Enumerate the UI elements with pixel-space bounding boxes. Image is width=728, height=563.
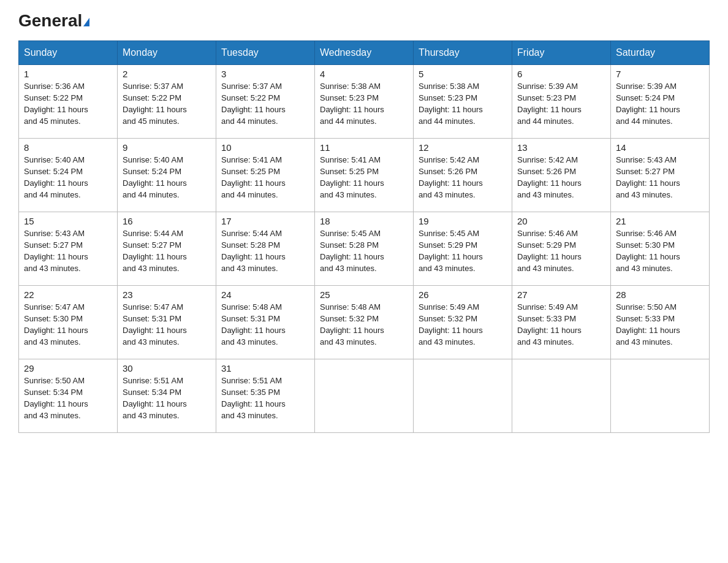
- day-number: 9: [123, 142, 211, 153]
- day-info: Sunrise: 5:50 AMSunset: 5:33 PMDaylight:…: [616, 302, 704, 348]
- day-number: 31: [221, 363, 309, 373]
- calendar-row-2: 8 Sunrise: 5:40 AMSunset: 5:24 PMDayligh…: [19, 139, 710, 212]
- day-number: 19: [419, 216, 507, 226]
- calendar-cell: 10 Sunrise: 5:41 AMSunset: 5:25 PMDaylig…: [216, 139, 315, 212]
- calendar-cell: 26 Sunrise: 5:49 AMSunset: 5:32 PMDaylig…: [414, 286, 512, 359]
- header-cell-tuesday: Tuesday: [216, 41, 315, 65]
- calendar-row-3: 15 Sunrise: 5:43 AMSunset: 5:27 PMDaylig…: [19, 212, 710, 286]
- calendar-cell: 16 Sunrise: 5:44 AMSunset: 5:27 PMDaylig…: [118, 212, 216, 286]
- day-info: Sunrise: 5:46 AMSunset: 5:30 PMDaylight:…: [616, 228, 704, 274]
- day-number: 7: [616, 69, 704, 79]
- day-info: Sunrise: 5:51 AMSunset: 5:34 PMDaylight:…: [123, 375, 211, 421]
- day-number: 29: [24, 363, 112, 373]
- day-info: Sunrise: 5:44 AMSunset: 5:27 PMDaylight:…: [123, 228, 211, 274]
- day-number: 28: [616, 289, 704, 300]
- day-info: Sunrise: 5:40 AMSunset: 5:24 PMDaylight:…: [24, 155, 112, 201]
- calendar-cell: 17 Sunrise: 5:44 AMSunset: 5:28 PMDaylig…: [216, 212, 315, 286]
- day-number: 2: [123, 69, 211, 79]
- logo-text: General: [18, 11, 89, 30]
- page-header: General: [18, 12, 710, 29]
- calendar-cell: 22 Sunrise: 5:47 AMSunset: 5:30 PMDaylig…: [19, 286, 118, 359]
- day-info: Sunrise: 5:38 AMSunset: 5:23 PMDaylight:…: [320, 81, 408, 127]
- day-number: 13: [517, 142, 605, 153]
- day-number: 18: [320, 216, 408, 226]
- day-info: Sunrise: 5:45 AMSunset: 5:29 PMDaylight:…: [419, 228, 507, 274]
- day-number: 20: [517, 216, 605, 226]
- logo-triangle-icon: [83, 18, 89, 26]
- calendar-cell: [611, 359, 710, 433]
- header-cell-sunday: Sunday: [19, 41, 118, 65]
- day-info: Sunrise: 5:39 AMSunset: 5:24 PMDaylight:…: [616, 81, 704, 127]
- day-number: 17: [221, 216, 309, 226]
- calendar-cell: 28 Sunrise: 5:50 AMSunset: 5:33 PMDaylig…: [611, 286, 710, 359]
- day-info: Sunrise: 5:40 AMSunset: 5:24 PMDaylight:…: [123, 155, 211, 201]
- day-info: Sunrise: 5:43 AMSunset: 5:27 PMDaylight:…: [616, 155, 704, 201]
- day-info: Sunrise: 5:36 AMSunset: 5:22 PMDaylight:…: [24, 81, 112, 127]
- day-number: 22: [24, 289, 112, 300]
- day-number: 3: [221, 69, 309, 79]
- calendar-cell: 14 Sunrise: 5:43 AMSunset: 5:27 PMDaylig…: [611, 139, 710, 212]
- calendar-body: 1 Sunrise: 5:36 AMSunset: 5:22 PMDayligh…: [19, 65, 710, 433]
- day-info: Sunrise: 5:39 AMSunset: 5:23 PMDaylight:…: [517, 81, 605, 127]
- header-cell-wednesday: Wednesday: [315, 41, 414, 65]
- day-number: 16: [123, 216, 211, 226]
- day-number: 30: [123, 363, 211, 373]
- calendar-cell: 29 Sunrise: 5:50 AMSunset: 5:34 PMDaylig…: [19, 359, 118, 433]
- header-cell-friday: Friday: [512, 41, 611, 65]
- calendar-cell: 21 Sunrise: 5:46 AMSunset: 5:30 PMDaylig…: [611, 212, 710, 286]
- calendar-cell: 30 Sunrise: 5:51 AMSunset: 5:34 PMDaylig…: [118, 359, 216, 433]
- calendar-cell: 31 Sunrise: 5:51 AMSunset: 5:35 PMDaylig…: [216, 359, 315, 433]
- day-info: Sunrise: 5:48 AMSunset: 5:32 PMDaylight:…: [320, 302, 408, 348]
- calendar-cell: 24 Sunrise: 5:48 AMSunset: 5:31 PMDaylig…: [216, 286, 315, 359]
- day-number: 4: [320, 69, 408, 79]
- calendar-header: SundayMondayTuesdayWednesdayThursdayFrid…: [19, 41, 710, 65]
- day-number: 26: [419, 289, 507, 300]
- calendar-cell: 11 Sunrise: 5:41 AMSunset: 5:25 PMDaylig…: [315, 139, 414, 212]
- day-info: Sunrise: 5:46 AMSunset: 5:29 PMDaylight:…: [517, 228, 605, 274]
- day-number: 11: [320, 142, 408, 153]
- day-info: Sunrise: 5:42 AMSunset: 5:26 PMDaylight:…: [517, 155, 605, 201]
- day-number: 12: [419, 142, 507, 153]
- day-info: Sunrise: 5:44 AMSunset: 5:28 PMDaylight:…: [221, 228, 309, 274]
- day-number: 15: [24, 216, 112, 226]
- calendar-cell: 12 Sunrise: 5:42 AMSunset: 5:26 PMDaylig…: [414, 139, 512, 212]
- day-info: Sunrise: 5:41 AMSunset: 5:25 PMDaylight:…: [320, 155, 408, 201]
- header-cell-monday: Monday: [118, 41, 216, 65]
- day-info: Sunrise: 5:37 AMSunset: 5:22 PMDaylight:…: [123, 81, 211, 127]
- logo: General: [18, 12, 89, 29]
- day-info: Sunrise: 5:47 AMSunset: 5:31 PMDaylight:…: [123, 302, 211, 348]
- day-info: Sunrise: 5:48 AMSunset: 5:31 PMDaylight:…: [221, 302, 309, 348]
- day-info: Sunrise: 5:37 AMSunset: 5:22 PMDaylight:…: [221, 81, 309, 127]
- calendar-cell: 1 Sunrise: 5:36 AMSunset: 5:22 PMDayligh…: [19, 65, 118, 139]
- day-info: Sunrise: 5:49 AMSunset: 5:32 PMDaylight:…: [419, 302, 507, 348]
- day-info: Sunrise: 5:45 AMSunset: 5:28 PMDaylight:…: [320, 228, 408, 274]
- header-cell-thursday: Thursday: [414, 41, 512, 65]
- calendar-cell: 19 Sunrise: 5:45 AMSunset: 5:29 PMDaylig…: [414, 212, 512, 286]
- day-number: 1: [24, 69, 112, 79]
- day-number: 27: [517, 289, 605, 300]
- day-info: Sunrise: 5:50 AMSunset: 5:34 PMDaylight:…: [24, 375, 112, 421]
- calendar-cell: 3 Sunrise: 5:37 AMSunset: 5:22 PMDayligh…: [216, 65, 315, 139]
- day-number: 8: [24, 142, 112, 153]
- day-number: 6: [517, 69, 605, 79]
- calendar-row-4: 22 Sunrise: 5:47 AMSunset: 5:30 PMDaylig…: [19, 286, 710, 359]
- day-number: 5: [419, 69, 507, 79]
- day-info: Sunrise: 5:41 AMSunset: 5:25 PMDaylight:…: [221, 155, 309, 201]
- calendar-row-5: 29 Sunrise: 5:50 AMSunset: 5:34 PMDaylig…: [19, 359, 710, 433]
- calendar-cell: 7 Sunrise: 5:39 AMSunset: 5:24 PMDayligh…: [611, 65, 710, 139]
- calendar-cell: 15 Sunrise: 5:43 AMSunset: 5:27 PMDaylig…: [19, 212, 118, 286]
- day-info: Sunrise: 5:47 AMSunset: 5:30 PMDaylight:…: [24, 302, 112, 348]
- header-cell-saturday: Saturday: [611, 41, 710, 65]
- day-number: 25: [320, 289, 408, 300]
- calendar-cell: 6 Sunrise: 5:39 AMSunset: 5:23 PMDayligh…: [512, 65, 611, 139]
- day-number: 10: [221, 142, 309, 153]
- calendar-cell: [315, 359, 414, 433]
- calendar-cell: [414, 359, 512, 433]
- day-number: 23: [123, 289, 211, 300]
- calendar-cell: 5 Sunrise: 5:38 AMSunset: 5:23 PMDayligh…: [414, 65, 512, 139]
- day-info: Sunrise: 5:38 AMSunset: 5:23 PMDaylight:…: [419, 81, 507, 127]
- calendar-cell: 27 Sunrise: 5:49 AMSunset: 5:33 PMDaylig…: [512, 286, 611, 359]
- calendar-row-1: 1 Sunrise: 5:36 AMSunset: 5:22 PMDayligh…: [19, 65, 710, 139]
- logo-area: General: [18, 12, 89, 29]
- day-number: 24: [221, 289, 309, 300]
